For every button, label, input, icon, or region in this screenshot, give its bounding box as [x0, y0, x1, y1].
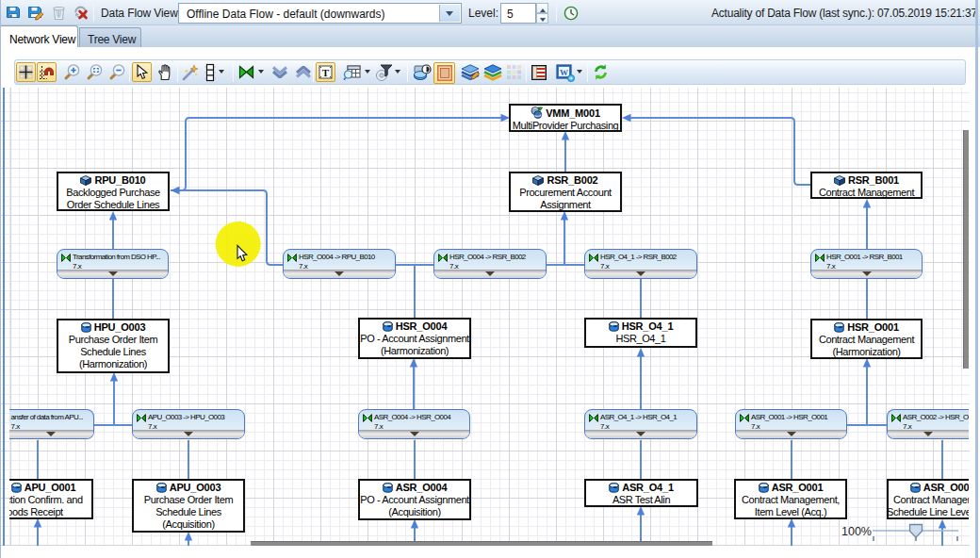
svg-text:W: W: [560, 68, 568, 77]
svg-text:T: T: [322, 67, 330, 78]
